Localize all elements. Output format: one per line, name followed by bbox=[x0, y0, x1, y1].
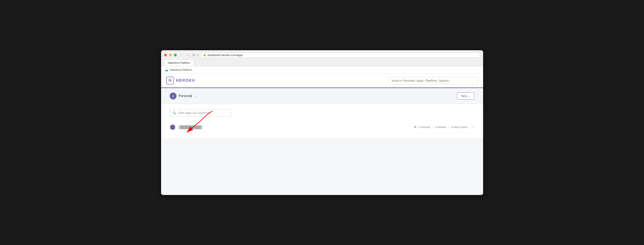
dot-separator-2: • bbox=[448, 125, 449, 129]
salesforce-topbar: ☁ Salesforce Platform bbox=[161, 66, 483, 74]
favorite-star-button[interactable]: ☆ bbox=[471, 125, 474, 130]
new-button-label: New ⌄ bbox=[461, 94, 470, 98]
header-search-input[interactable] bbox=[388, 77, 478, 84]
app-hex-icon bbox=[170, 124, 176, 130]
app-left: ██████████ bbox=[170, 124, 203, 130]
filter-bar: 🔍 bbox=[170, 109, 474, 117]
heroku-header: H HEROKU bbox=[161, 74, 483, 88]
app-icon-container: 🛠 bbox=[414, 125, 417, 129]
lock-icon: 🔒 bbox=[203, 53, 206, 56]
heroku-logo-letter: H bbox=[168, 78, 172, 83]
address-bar[interactable]: 🔒 dashboard.heroku.com/apps bbox=[200, 52, 480, 58]
app-stack-detail: container bbox=[435, 125, 446, 129]
browser-tab[interactable]: Salesforce Platform bbox=[164, 59, 194, 66]
filter-input-wrap[interactable]: 🔍 bbox=[170, 109, 232, 117]
close-button[interactable] bbox=[164, 54, 167, 56]
heroku-brand-name: HEROKU bbox=[176, 78, 195, 83]
app-right: 🛠 Container • container • United States … bbox=[414, 125, 474, 130]
personal-bar: ☺ Personal ⌄ New ⌄ bbox=[161, 88, 483, 104]
main-content: ☺ Personal ⌄ New ⌄ 🔍 bbox=[161, 88, 483, 195]
minimize-button[interactable] bbox=[169, 54, 172, 56]
app-region: United States bbox=[451, 125, 468, 129]
app-name: ██████████ bbox=[178, 125, 203, 129]
app-stack-type: Container bbox=[418, 125, 430, 129]
heroku-logo-box: H bbox=[166, 77, 174, 84]
personal-left[interactable]: ☺ Personal ⌄ bbox=[170, 93, 196, 99]
salesforce-cloud-icon: ☁ bbox=[164, 68, 168, 72]
user-avatar: ☺ bbox=[170, 93, 176, 99]
refresh-button[interactable]: ↻ bbox=[192, 53, 195, 57]
search-icon: 🔍 bbox=[172, 111, 176, 115]
salesforce-label: Salesforce Platform bbox=[170, 68, 192, 71]
app-row[interactable]: ██████████ 🛠 Container • container • Uni… bbox=[170, 122, 474, 133]
avatar-icon: ☺ bbox=[171, 94, 175, 98]
tab-label: Salesforce Platform bbox=[168, 61, 190, 64]
chevron-down-icon: ⌄ bbox=[194, 94, 196, 97]
maximize-button[interactable] bbox=[174, 54, 177, 56]
back-button[interactable]: ← bbox=[179, 53, 184, 57]
home-button[interactable]: ⌂ bbox=[197, 53, 198, 57]
forward-button[interactable]: → bbox=[186, 53, 191, 57]
dot-separator-1: • bbox=[432, 125, 434, 129]
new-button[interactable]: New ⌄ bbox=[457, 92, 474, 100]
apps-area: ██████████ 🛠 Container • container • Uni… bbox=[170, 122, 474, 133]
svg-marker-1 bbox=[170, 124, 175, 130]
filter-input[interactable] bbox=[178, 111, 229, 115]
personal-label: Personal bbox=[179, 94, 192, 98]
apps-content: 🔍 bbox=[161, 104, 483, 138]
heroku-logo[interactable]: H HEROKU bbox=[166, 77, 195, 84]
url-text: dashboard.heroku.com/apps bbox=[208, 53, 243, 57]
